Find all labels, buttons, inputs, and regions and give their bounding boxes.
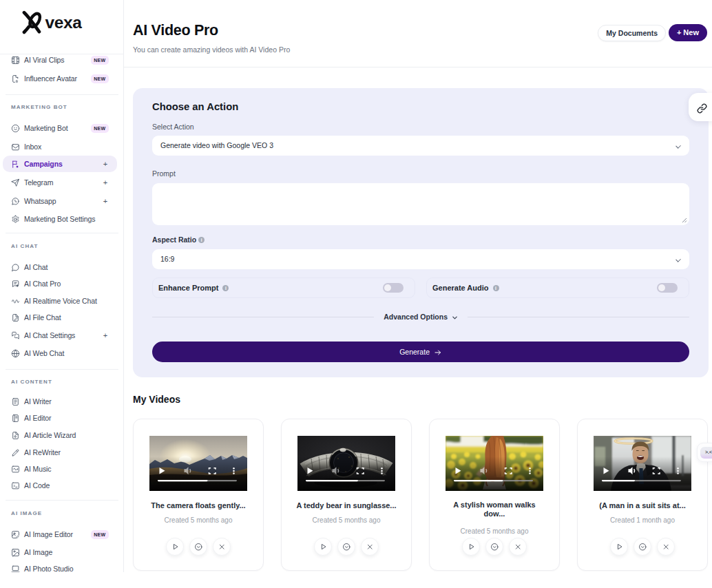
svg-text:vexa: vexa <box>45 13 83 32</box>
